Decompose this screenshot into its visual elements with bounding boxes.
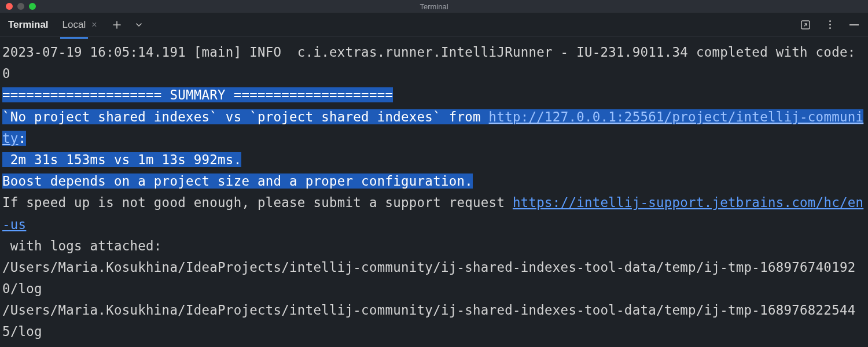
boost-note-line: Boost depends on a project size and a pr… [2,174,473,189]
tab-label: Local [62,19,86,31]
more-options-button[interactable] [824,19,836,31]
support-line: If speed up is not good enough, please s… [2,195,863,231]
chevron-down-icon [135,21,143,29]
log-path-line: /Users/Maria.Kosukhina/IdeaProjects/inte… [2,260,856,296]
maximize-panel-button[interactable] [800,19,811,31]
close-tab-icon[interactable]: × [91,20,97,29]
summary-header: ==================== SUMMARY ===========… [2,87,393,102]
terminal-tabbar: Terminal Local × [0,13,868,37]
tab-dropdown-button[interactable] [133,19,145,31]
window-close-button[interactable] [6,3,13,10]
maximize-icon [800,20,811,30]
plus-icon [112,20,122,29]
kebab-icon [829,20,831,29]
terminal-output[interactable]: 2023-07-19 16:05:14.191 [main] INFO c.i.… [0,37,868,347]
window-titlebar: Terminal [0,0,868,13]
panel-title: Terminal [8,19,49,31]
minus-icon [849,24,859,25]
hide-panel-button[interactable] [848,19,860,31]
summary-line: `No project shared indexes` vs `project … [2,109,863,146]
tab-local[interactable]: Local × [60,14,100,35]
log-path-line: /Users/Maria.Kosukhina/IdeaProjects/inte… [2,302,856,339]
new-tab-button[interactable] [111,19,123,31]
log-line: 2023-07-19 16:05:14.191 [main] INFO c.i.… [2,45,863,81]
timing-line: 2m 31s 153ms vs 1m 13s 992ms. [2,152,241,167]
window-title: Terminal [420,2,448,11]
window-controls [0,3,36,10]
window-minimize-button[interactable] [17,3,24,10]
logs-attached-line: with logs attached: [2,238,162,253]
window-maximize-button[interactable] [29,3,36,10]
